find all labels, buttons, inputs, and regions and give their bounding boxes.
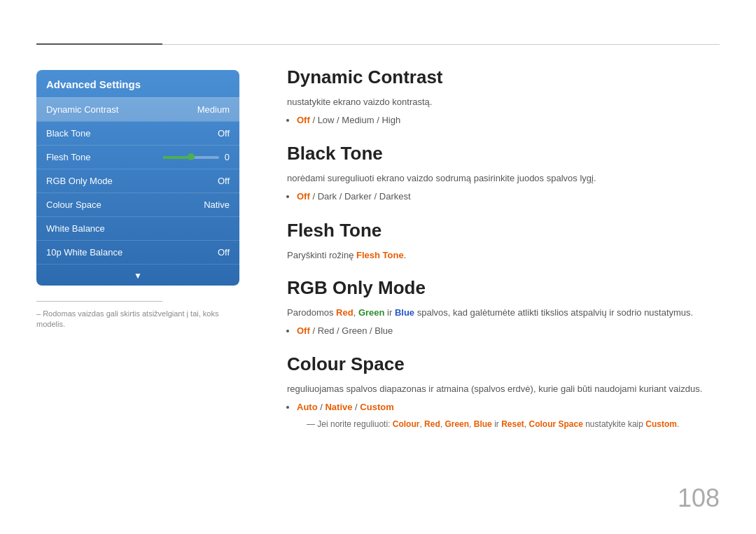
section-options-rgb-only-mode: Off / Red / Green / Blue (287, 324, 720, 339)
section-options-dynamic-contrast: Off / Low / Medium / High (287, 113, 720, 128)
highlight-custom: Custom (645, 419, 677, 429)
menu-item-value: Native (204, 199, 230, 210)
section-rgb-only-mode: RGB Only Mode Parodomos Red, Green ir Bl… (287, 277, 720, 338)
menu-item-value: Off (218, 247, 230, 258)
slider-value: 0 (225, 152, 230, 162)
highlight-red2: Red (424, 419, 440, 429)
right-content: Dynamic Contrast nustatykite ekrano vaiz… (287, 66, 720, 447)
top-decorative-lines (36, 43, 720, 45)
menu-item-value: Off (218, 128, 230, 139)
menu-item-label: 10p White Balance (46, 247, 122, 258)
menu-item-value: Medium (197, 104, 230, 115)
section-colour-space: Colour Space reguliuojamas spalvos diapa… (287, 353, 720, 430)
menu-title: Advanced Settings (36, 70, 239, 97)
chevron-down-icon: ▼ (134, 271, 142, 281)
menu-item-value: Off (218, 176, 230, 186)
highlight-red: Red (336, 307, 354, 318)
option-off: Off (297, 325, 310, 336)
slider-fill (163, 156, 191, 159)
section-flesh-tone: Flesh Tone Paryškinti rožinę Flesh Tone. (287, 220, 720, 262)
menu-arrow[interactable]: ▼ (36, 264, 239, 286)
section-dynamic-contrast: Dynamic Contrast nustatykite ekrano vaiz… (287, 66, 720, 127)
top-line-dark (36, 43, 162, 45)
section-heading-rgb-only-mode: RGB Only Mode (287, 277, 720, 299)
highlight-colour-space: Colour Space (529, 419, 583, 429)
menu-item-10p-white-balance[interactable]: 10p White Balance Off (36, 240, 239, 264)
option-custom: Custom (360, 402, 393, 412)
highlight-flesh-tone: Flesh Tone (356, 250, 404, 260)
section-desc-flesh-tone: Paryškinti rožinę Flesh Tone. (287, 248, 720, 262)
highlight-green: Green (358, 307, 385, 318)
menu-item-flesh-tone[interactable]: Flesh Tone 0 (36, 145, 239, 169)
menu-item-white-balance[interactable]: White Balance (36, 216, 239, 240)
menu-item-label: Flesh Tone (46, 152, 90, 162)
section-desc-colour-space: reguliuojamas spalvos diapazonas ir atma… (287, 382, 720, 396)
section-heading-black-tone: Black Tone (287, 143, 720, 164)
menu-item-label: RGB Only Mode (46, 176, 113, 186)
slider-thumb (188, 153, 195, 160)
highlight-reset: Reset (501, 419, 524, 429)
option-off: Off (297, 115, 310, 125)
menu-item-dynamic-contrast[interactable]: Dynamic Contrast Medium (36, 97, 239, 121)
top-line-light (162, 44, 720, 45)
menu-item-black-tone[interactable]: Black Tone Off (36, 121, 239, 145)
menu-item-label: White Balance (46, 223, 105, 234)
option-native: Native (325, 402, 352, 412)
section-black-tone: Black Tone norėdami sureguliuoti ekrano … (287, 143, 720, 204)
section-heading-colour-space: Colour Space (287, 353, 720, 375)
highlight-colour: Colour (393, 419, 420, 429)
section-heading-flesh-tone: Flesh Tone (287, 220, 720, 241)
note-text: – Rodomas vaizdas gali skirtis atsižvelg… (36, 309, 239, 330)
section-desc-rgb-only-mode: Parodomos Red, Green ir Blue spalvos, ka… (287, 306, 720, 320)
menu-container: Advanced Settings Dynamic Contrast Mediu… (36, 70, 239, 286)
divider-small (36, 301, 162, 302)
option-auto: Auto (297, 402, 318, 412)
menu-item-label: Black Tone (46, 128, 90, 139)
sub-note-colour-space: Jei norite reguliuoti: Colour, Red, Gree… (287, 418, 720, 431)
highlight-blue2: Blue (474, 419, 492, 429)
highlight-green2: Green (444, 419, 469, 429)
highlight-blue: Blue (395, 307, 414, 318)
page-number: 108 (678, 484, 720, 513)
option-off: Off (297, 191, 310, 202)
slider-track (163, 156, 219, 159)
section-options-black-tone: Off / Dark / Darker / Darkest (287, 190, 720, 204)
menu-item-label: Dynamic Contrast (46, 104, 118, 115)
section-desc-dynamic-contrast: nustatykite ekrano vaizdo kontrastą. (287, 95, 720, 109)
slider-container: 0 (163, 152, 230, 162)
bottom-note: – Rodomas vaizdas gali skirtis atsižvelg… (36, 301, 239, 330)
menu-item-colour-space[interactable]: Colour Space Native (36, 192, 239, 216)
menu-item-rgb-only-mode[interactable]: RGB Only Mode Off (36, 169, 239, 192)
section-desc-black-tone: norėdami sureguliuoti ekrano vaizdo sodr… (287, 171, 720, 185)
section-heading-dynamic-contrast: Dynamic Contrast (287, 66, 720, 88)
section-options-colour-space: Auto / Native / Custom (287, 400, 720, 415)
left-panel: Advanced Settings Dynamic Contrast Mediu… (36, 70, 239, 286)
menu-item-label: Colour Space (46, 199, 102, 210)
